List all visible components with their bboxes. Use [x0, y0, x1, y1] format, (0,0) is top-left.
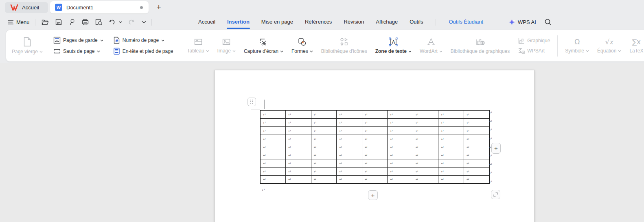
table-cell[interactable]: ↵	[311, 151, 337, 159]
table-cell[interactable]: ↵	[337, 175, 362, 183]
table-cell[interactable]: ↵	[388, 126, 413, 135]
ribbon-numero-de-page-button[interactable]: # Numéro de page	[113, 37, 173, 44]
table-cell[interactable]: ↵	[337, 135, 362, 143]
table-cell[interactable]: ↵	[464, 143, 489, 151]
table-cell[interactable]: ↵	[388, 159, 413, 167]
table-cell[interactable]: ↵	[438, 167, 464, 175]
table-cell[interactable]: ↵	[413, 159, 438, 167]
print-preview-icon[interactable]	[94, 17, 103, 26]
table-cell[interactable]: ↵	[362, 159, 388, 167]
table-cell[interactable]: ↵	[438, 143, 464, 151]
search-icon[interactable]	[545, 19, 552, 26]
table-cell[interactable]: ↵	[388, 167, 413, 175]
format-painter-icon[interactable]	[68, 17, 77, 26]
table-cell[interactable]: ↵	[260, 175, 286, 183]
table-cell[interactable]: ↵	[438, 151, 464, 159]
table-cell[interactable]: ↵	[413, 175, 438, 183]
table-cell[interactable]: ↵	[337, 118, 362, 126]
table-cell[interactable]: ↵	[362, 126, 388, 135]
add-column-button[interactable]: +	[491, 143, 501, 154]
table-cell[interactable]: ↵	[286, 118, 311, 126]
add-row-button[interactable]: +	[368, 190, 378, 200]
table-cell[interactable]: ↵	[413, 110, 438, 118]
table-cell[interactable]: ↵	[260, 126, 286, 135]
table-cell[interactable]: ↵	[464, 126, 489, 135]
table-cell[interactable]: ↵	[362, 118, 388, 126]
table-cell[interactable]: ↵	[413, 135, 438, 143]
table-cell[interactable]: ↵	[260, 167, 286, 175]
table-cell[interactable]: ↵	[438, 118, 464, 126]
table-cell[interactable]: ↵	[311, 126, 337, 135]
table-cell[interactable]: ↵	[438, 159, 464, 167]
ribbon-tab-insertion[interactable]: Insertion	[227, 18, 250, 26]
table-cell[interactable]: ↵	[438, 135, 464, 143]
table-cell[interactable]: ↵	[337, 167, 362, 175]
table-cell[interactable]: ↵	[260, 118, 286, 126]
table-cell[interactable]: ↵	[464, 110, 489, 118]
table-cell[interactable]: ↵	[362, 143, 388, 151]
table-cell[interactable]: ↵	[337, 151, 362, 159]
table-cell[interactable]: ↵	[311, 143, 337, 151]
table-cell[interactable]: ↵	[388, 175, 413, 183]
table-cell[interactable]: ↵	[362, 151, 388, 159]
table-cell[interactable]: ↵	[311, 135, 337, 143]
table-cell[interactable]: ↵	[388, 110, 413, 118]
table-cell[interactable]: ↵	[413, 143, 438, 151]
table-cell[interactable]: ↵	[362, 110, 388, 118]
table-cell[interactable]: ↵	[362, 135, 388, 143]
table-cell[interactable]: ↵	[311, 118, 337, 126]
ribbon-tab-accueil[interactable]: Accueil	[198, 18, 216, 26]
table-move-handle[interactable]	[248, 98, 256, 106]
table-cell[interactable]: ↵	[413, 167, 438, 175]
table-cell[interactable]: ↵	[286, 110, 311, 118]
table-cell[interactable]: ↵	[464, 118, 489, 126]
document-page[interactable]: ↵↵↵↵↵↵↵↵↵↵↵↵↵↵↵↵↵↵↵↵↵↵↵↵↵↵↵↵↵↵↵↵↵↵↵↵↵↵↵↵…	[215, 70, 534, 222]
ribbon-tab-affichage[interactable]: Affichage	[375, 18, 398, 26]
table-cell[interactable]: ↵	[260, 110, 286, 118]
table-cell[interactable]: ↵	[311, 167, 337, 175]
document-tab[interactable]: W Document1	[50, 1, 149, 13]
table-cell[interactable]: ↵	[337, 110, 362, 118]
menu-button[interactable]: Menu	[8, 19, 30, 25]
ribbon-capture-ecran-button[interactable]: Capture d'écran	[240, 37, 287, 54]
table-cell[interactable]: ↵	[388, 135, 413, 143]
home-tab[interactable]: Accueil	[5, 2, 48, 13]
table-cell[interactable]: ↵	[311, 159, 337, 167]
wps-ai-button[interactable]: WPS AI	[508, 19, 536, 26]
table-cell[interactable]: ↵	[438, 110, 464, 118]
ribbon-tab-references[interactable]: Références	[304, 18, 332, 26]
table-cell[interactable]: ↵	[464, 167, 489, 175]
table-cell[interactable]: ↵	[362, 175, 388, 183]
table-cell[interactable]: ↵	[337, 159, 362, 167]
table-cell[interactable]: ↵	[286, 159, 311, 167]
ribbon-zone-de-texte-button[interactable]: A Zone de texte	[371, 37, 416, 54]
ribbon-entete-pied-button[interactable]: En-tête et pied de page	[113, 48, 173, 55]
table-cell[interactable]: ↵	[438, 126, 464, 135]
table-cell[interactable]: ↵	[388, 143, 413, 151]
print-icon[interactable]	[81, 17, 90, 26]
table-cell[interactable]: ↵	[286, 126, 311, 135]
table-cell[interactable]: ↵	[260, 143, 286, 151]
ribbon-formes-button[interactable]: Formes	[287, 37, 317, 54]
table-cell[interactable]: ↵	[388, 151, 413, 159]
open-file-icon[interactable]	[41, 17, 50, 26]
ribbon-pages-de-garde-button[interactable]: Pages de garde	[53, 37, 103, 44]
table-cell[interactable]: ↵	[464, 159, 489, 167]
table-cell[interactable]: ↵	[286, 167, 311, 175]
toolbar-more-chevron-icon[interactable]	[142, 21, 146, 24]
table-cell[interactable]: ↵	[260, 151, 286, 159]
table-cell[interactable]: ↵	[413, 126, 438, 135]
ribbon-tab-outils-etudiant[interactable]: Outils Étudiant	[448, 18, 484, 26]
ribbon-tab-revision[interactable]: Révision	[343, 18, 364, 26]
table-cell[interactable]: ↵	[337, 143, 362, 151]
table-cell[interactable]: ↵	[286, 175, 311, 183]
table-cell[interactable]: ↵	[388, 118, 413, 126]
ribbon-sauts-de-page-button[interactable]: Sauts de page	[53, 48, 103, 55]
table-cell[interactable]: ↵	[260, 159, 286, 167]
table-cell[interactable]: ↵	[413, 118, 438, 126]
table-resize-handle[interactable]	[491, 190, 500, 199]
save-icon[interactable]	[54, 17, 63, 26]
table-cell[interactable]: ↵	[286, 151, 311, 159]
table-cell[interactable]: ↵	[413, 151, 438, 159]
table-cell[interactable]: ↵	[438, 175, 464, 183]
